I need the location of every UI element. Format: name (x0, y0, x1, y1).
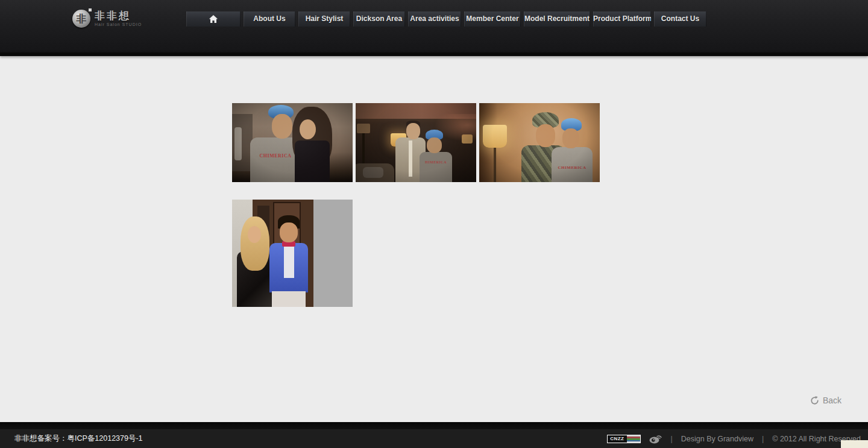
cnzz-badge-stripes (627, 435, 640, 443)
photo-art (284, 245, 294, 278)
footer: 非非想备案号：粤ICP备12012379号-1 CNZZ | Design By… (0, 429, 868, 448)
brand-logo-dot (89, 8, 92, 11)
nav-item-dickson-area[interactable]: Dickson Area (353, 11, 405, 27)
photo-art (248, 226, 261, 243)
brand-logo-glyph: 非 (77, 12, 87, 26)
corner-overlay-box (841, 440, 868, 448)
brand-name: 非非想 (95, 11, 142, 21)
footer-right-cluster: CNZZ | Design By Grandview | © 2012 All … (607, 429, 861, 448)
nav-item-model-recruitment[interactable]: Model Recruitment (524, 11, 590, 27)
brand-logo-icon: 非 (72, 10, 90, 28)
cnzz-stats-badge[interactable]: CNZZ (607, 435, 640, 443)
design-credit-link[interactable]: Design By Grandview (681, 435, 753, 443)
weibo-icon[interactable] (649, 434, 662, 444)
brand-text-block: 非非想 Hair Salon STUDIO (95, 11, 142, 27)
back-button[interactable]: Back (810, 396, 841, 405)
nav-item-home[interactable] (186, 11, 241, 27)
page: { "header": { "brand": { "name": "非非想", … (0, 0, 868, 448)
main-nav: About Us Hair Stylist Dickson Area Area … (186, 11, 706, 27)
brand-tagline: Hair Salon STUDIO (95, 22, 142, 27)
photo-vignette (479, 103, 600, 182)
header: 非 非非想 Hair Salon STUDIO About Us Hair St… (0, 0, 868, 52)
back-label: Back (823, 396, 841, 405)
footer-divider: | (762, 435, 764, 443)
icp-registration-text: 非非想备案号：粤ICP备12012379号-1 (14, 429, 143, 448)
brand-logo[interactable]: 非 非非想 Hair Salon STUDIO (72, 10, 142, 28)
photo-art (241, 216, 269, 271)
photo-thumbnail-3[interactable]: CHIMERICA (479, 103, 600, 182)
nav-item-product-platform[interactable]: Product Platform (593, 11, 651, 27)
nav-item-about-us[interactable]: About Us (244, 11, 295, 27)
nav-item-contact-us[interactable]: Contact Us (654, 11, 706, 27)
photo-gray-fill (313, 200, 353, 307)
photo-vignette (232, 103, 353, 182)
photo-art (280, 222, 298, 242)
nav-item-area-activities[interactable]: Area activities (408, 11, 461, 27)
photo-thumbnail-2[interactable]: HIMERICA (356, 103, 476, 182)
home-icon (209, 14, 218, 24)
photo-art (272, 291, 306, 307)
cnzz-badge-label: CNZZ (608, 436, 626, 441)
photo-vignette (356, 103, 476, 182)
photo-thumbnail-4[interactable] (232, 200, 353, 307)
back-refresh-icon (810, 396, 819, 405)
footer-divider: | (671, 435, 673, 443)
nav-item-member-center[interactable]: Member Center (464, 11, 521, 27)
header-divider-bar (0, 52, 868, 56)
footer-divider-bar (0, 422, 868, 429)
nav-item-hair-stylist[interactable]: Hair Stylist (298, 11, 350, 27)
photo-thumbnail-1[interactable]: CHIMERICA (232, 103, 353, 182)
